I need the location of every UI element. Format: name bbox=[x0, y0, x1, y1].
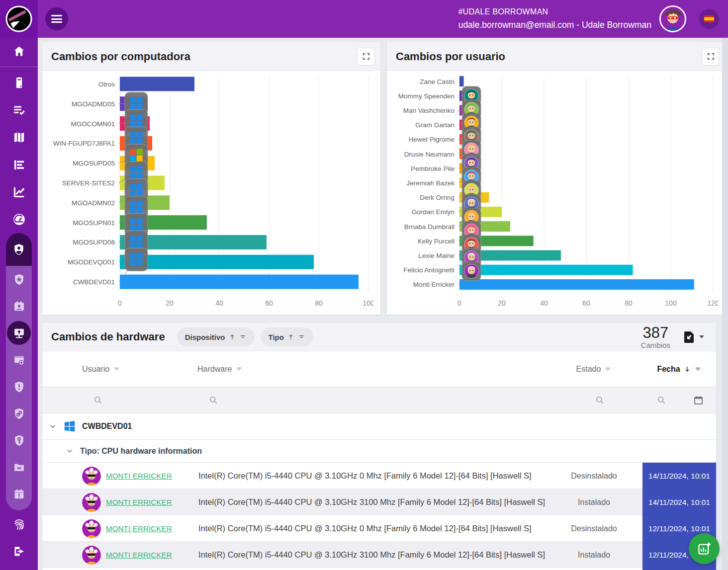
svg-text:Drusie Neumann: Drusie Neumann bbox=[404, 151, 455, 158]
sidebar-item-shield-key[interactable] bbox=[6, 427, 32, 454]
user-link[interactable]: MONTI ERRICKER bbox=[106, 524, 172, 533]
chart-card-users: Cambios por usuario 020406080100120Zane … bbox=[387, 42, 725, 315]
sort-pill-dispositivo[interactable]: Dispositivo bbox=[177, 327, 255, 346]
svg-text:MGOADMN02: MGOADMN02 bbox=[72, 199, 115, 207]
chart-card-computers: Cambios por computadora 020406080100Otro… bbox=[42, 42, 380, 315]
group-row-device[interactable]: CWBDEVD01 bbox=[42, 413, 716, 440]
svg-text:MGOSUPD06: MGOSUPD06 bbox=[73, 239, 115, 246]
menu-toggle-button[interactable] bbox=[45, 7, 68, 30]
hardware-changes-card: Cambios de hardware Dispositivo Tipo 387… bbox=[42, 323, 716, 570]
arrow-down-icon bbox=[684, 366, 691, 373]
expand-computers-chart-button[interactable] bbox=[357, 48, 375, 66]
user-link[interactable]: MONTI ERRICKER bbox=[106, 498, 172, 506]
svg-text:Monti Erricker: Monti Erricker bbox=[413, 281, 455, 288]
estado-search-input[interactable] bbox=[546, 395, 642, 405]
user-avatar bbox=[82, 546, 101, 565]
hardware-change-row-partial bbox=[42, 568, 716, 570]
windows-os-icon bbox=[63, 420, 76, 433]
svg-text:Mommy Speenden: Mommy Speenden bbox=[398, 92, 455, 100]
fullscreen-icon bbox=[707, 52, 715, 61]
column-header-hardware[interactable]: Hardware bbox=[197, 365, 546, 374]
user-avatar bbox=[82, 467, 101, 486]
app-logo[interactable] bbox=[0, 0, 38, 38]
filter-icon[interactable] bbox=[235, 366, 243, 373]
pill-label: Dispositivo bbox=[185, 333, 225, 341]
sidebar-item-shield-alert[interactable] bbox=[6, 373, 32, 400]
user-avatar[interactable] bbox=[659, 5, 686, 32]
sidebar-item-logout[interactable] bbox=[0, 538, 38, 565]
active-sub-highlight bbox=[7, 321, 31, 345]
sidebar-item-ranking[interactable] bbox=[0, 151, 38, 178]
chevron-down-icon[interactable] bbox=[66, 447, 74, 455]
topbar-user-info: #UDALE BORROWMAN udale.borrowman@email.c… bbox=[458, 7, 651, 30]
svg-text:40: 40 bbox=[215, 299, 223, 307]
user-link[interactable]: MONTI ERRICKER bbox=[106, 472, 172, 480]
hardware-change-row: MONTI ERRICKER Intel(R) Core(TM) i5-4440… bbox=[42, 463, 716, 489]
user-avatar bbox=[82, 493, 101, 512]
users-bar-chart[interactable]: 020406080100120Zane CastriMommy Speenden… bbox=[394, 74, 718, 312]
sidebar-item-fingerprint[interactable] bbox=[0, 510, 38, 538]
filter-icon[interactable] bbox=[694, 366, 702, 373]
arrow-up-icon bbox=[229, 333, 236, 340]
folder-transfer-icon bbox=[13, 461, 25, 474]
svg-text:SERVER-SITES2: SERVER-SITES2 bbox=[62, 179, 115, 187]
monti-avatar bbox=[82, 519, 101, 538]
usuario-search-input[interactable] bbox=[82, 395, 197, 405]
computers-bar-chart[interactable]: 020406080100OtrosMGOADMD05MGOCOMN01WIN-F… bbox=[49, 74, 373, 312]
svg-text:60: 60 bbox=[582, 299, 590, 307]
column-header-fecha[interactable]: Fecha bbox=[642, 365, 716, 374]
filter-icon[interactable] bbox=[604, 366, 612, 373]
sidebar-item-id-card[interactable] bbox=[6, 293, 32, 320]
search-icon bbox=[208, 395, 218, 405]
sidebar-item-analytics[interactable] bbox=[0, 178, 38, 206]
sidebar-item-remote-install-active[interactable] bbox=[6, 320, 32, 346]
svg-text:MGOSUPD05: MGOSUPD05 bbox=[73, 160, 115, 167]
expand-users-chart-button[interactable] bbox=[702, 48, 720, 66]
estado-value: Instalado bbox=[546, 551, 642, 560]
sidebar-item-devices[interactable] bbox=[0, 69, 38, 96]
monti-avatar bbox=[82, 467, 101, 486]
group-row-type[interactable]: Tipo: CPU hardware information bbox=[42, 440, 716, 463]
column-header-estado[interactable]: Estado bbox=[546, 365, 642, 374]
sidebar-item-security-active[interactable] bbox=[6, 233, 32, 266]
hardware-search-input[interactable] bbox=[197, 395, 546, 405]
scrollbar-track[interactable] bbox=[722, 38, 728, 570]
chevron-down-icon[interactable] bbox=[48, 422, 57, 431]
user-link[interactable]: MONTI ERRICKER bbox=[106, 551, 172, 559]
sidebar-item-dashboard[interactable] bbox=[0, 206, 38, 233]
sort-pill-tipo[interactable]: Tipo bbox=[261, 327, 313, 346]
shield-user-icon bbox=[12, 243, 25, 256]
svg-text:MGOSUPN01: MGOSUPN01 bbox=[73, 219, 115, 227]
sidebar-divider bbox=[0, 67, 38, 67]
hardware-description: Intel(R) Core(TM) i5-4440 CPU @ 3.10GHz … bbox=[197, 550, 546, 560]
sidebar-item-policies[interactable] bbox=[6, 266, 32, 293]
calendar-picker-icon[interactable] bbox=[693, 395, 704, 406]
sidebar-item-tasks[interactable] bbox=[0, 96, 38, 124]
topbar: #UDALE BORROWMAN udale.borrowman@email.c… bbox=[0, 0, 728, 38]
svg-text:MGODEVQD01: MGODEVQD01 bbox=[68, 258, 115, 266]
main-content: Cambios por computadora 020406080100Otro… bbox=[38, 38, 722, 570]
sidebar-item-shield-link[interactable] bbox=[6, 400, 32, 427]
fecha-search-input[interactable] bbox=[642, 395, 716, 406]
column-label: Fecha bbox=[657, 365, 680, 374]
export-button[interactable] bbox=[683, 330, 704, 343]
filter-icon bbox=[298, 333, 305, 340]
pill-label: Tipo bbox=[269, 333, 284, 341]
svg-text:100: 100 bbox=[665, 299, 677, 307]
fullscreen-icon bbox=[362, 52, 370, 61]
column-header-usuario[interactable]: Usuario bbox=[82, 365, 197, 374]
svg-text:Jeremiah Bazek: Jeremiah Bazek bbox=[406, 179, 455, 187]
language-selector-button[interactable] bbox=[699, 9, 719, 29]
svg-text:Gordan Emlyn: Gordan Emlyn bbox=[412, 208, 455, 216]
sidebar-item-software[interactable] bbox=[6, 346, 32, 373]
svg-text:20: 20 bbox=[498, 299, 506, 307]
sidebar-item-calendar-alert[interactable] bbox=[6, 481, 32, 507]
sidebar-item-map[interactable] bbox=[0, 124, 38, 151]
export-file-icon bbox=[683, 330, 695, 343]
sidebar-item-home[interactable] bbox=[0, 38, 38, 65]
sidebar-item-folder-transfer[interactable] bbox=[6, 454, 32, 481]
logout-icon bbox=[12, 545, 26, 558]
filter-icon[interactable] bbox=[113, 366, 120, 373]
add-report-fab[interactable] bbox=[689, 533, 720, 564]
hamburger-icon bbox=[51, 13, 62, 25]
